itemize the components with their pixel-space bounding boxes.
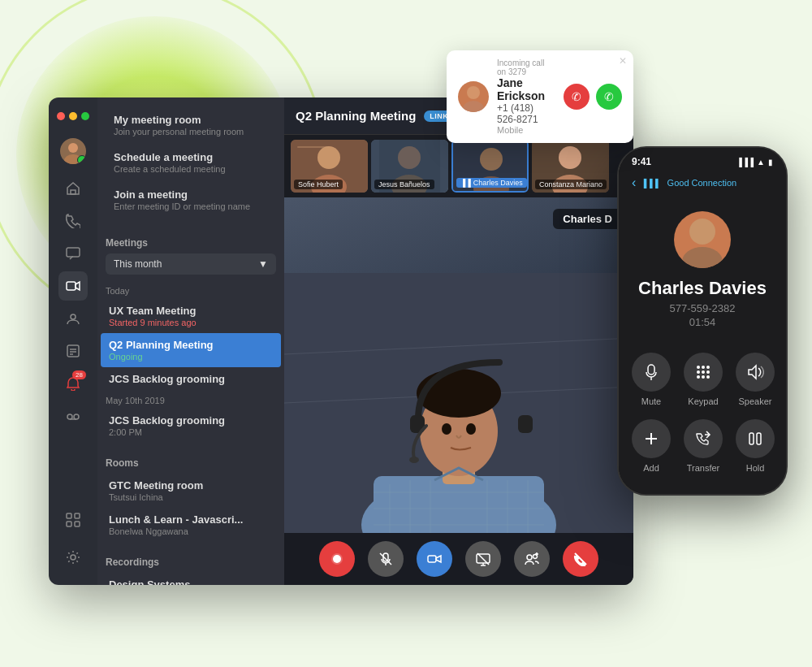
- room-gtc-subtitle: Tsutsui Ichina: [109, 492, 273, 502]
- phone-time: 9:41: [632, 156, 651, 167]
- meeting-jcs-backlog[interactable]: JCS Backlog grooming: [101, 367, 281, 391]
- decline-call-button[interactable]: ✆: [564, 84, 590, 110]
- svg-rect-51: [518, 415, 533, 433]
- participant-thumb-2[interactable]: ▐▐Charles Davies: [451, 140, 529, 193]
- meeting-jcs-may10[interactable]: JCS Backlog grooming 2:00 PM: [101, 409, 281, 443]
- nav-settings-icon[interactable]: [58, 543, 88, 572]
- caller-number: 577-559-2382: [670, 302, 736, 314]
- svg-rect-18: [75, 522, 80, 526]
- svg-rect-4: [71, 190, 76, 194]
- phone-speaker-label: Speaker: [739, 396, 772, 406]
- mute-button[interactable]: [368, 541, 404, 577]
- meeting-jcs-title: JCS Backlog grooming: [109, 373, 273, 385]
- participant-thumb-3[interactable]: Constanza Mariano: [532, 140, 609, 193]
- record-button[interactable]: [319, 541, 355, 577]
- phone-transfer-control[interactable]: Transfer: [684, 419, 723, 473]
- meeting-q2-status: Ongoing: [109, 352, 273, 362]
- join-meeting-title: Join a meeting: [114, 188, 268, 201]
- phone-controls: Mute Keypad: [619, 336, 786, 489]
- svg-point-86: [702, 375, 705, 379]
- window-controls: [57, 104, 89, 128]
- maximize-window-dot[interactable]: [81, 112, 89, 120]
- meetings-section-label: Meetings: [97, 229, 284, 253]
- phone-add-control[interactable]: Add: [632, 419, 671, 473]
- hangup-button[interactable]: [563, 541, 598, 577]
- meeting-q2-title: Q2 Planning Meeting: [109, 339, 273, 351]
- month-filter-selector[interactable]: This month ▼: [106, 253, 276, 275]
- speaker-name-badge: Charles D: [553, 209, 622, 229]
- screen-share-button[interactable]: [465, 541, 501, 577]
- svg-rect-91: [749, 433, 754, 444]
- svg-point-84: [706, 370, 710, 374]
- phone-mute-control[interactable]: Mute: [632, 353, 671, 406]
- schedule-meeting-action[interactable]: Schedule a meeting Create a scheduled me…: [106, 145, 276, 180]
- join-meeting-action[interactable]: Join a meeting Enter meeting ID or meeti…: [106, 182, 276, 218]
- meeting-q2-planning[interactable]: Q2 Planning Meeting Ongoing: [101, 333, 281, 367]
- nav-files-icon[interactable]: [58, 336, 88, 366]
- room-gtc[interactable]: GTC Meeting room Tsutsui Ichina: [101, 474, 281, 508]
- participant-thumb-0[interactable]: Sofie Hubert: [291, 140, 368, 193]
- notif-actions: ✆ ✆: [564, 84, 622, 110]
- nav-notifications-icon[interactable]: 28: [58, 369, 88, 398]
- connection-status: Good Connection: [667, 178, 737, 188]
- battery-icon: ▮: [768, 158, 773, 167]
- meeting-ux-team[interactable]: UX Team Meeting Started 9 minutes ago: [101, 299, 281, 333]
- notification-badge: 28: [72, 370, 86, 379]
- nav-video-icon[interactable]: [58, 271, 88, 301]
- recording-design-systems[interactable]: Design Systems Oct 10th at 3:00PM: [101, 573, 281, 585]
- nav-chat-icon[interactable]: [58, 239, 88, 268]
- minimize-window-dot[interactable]: [69, 112, 77, 120]
- svg-point-85: [697, 375, 700, 379]
- phone-keypad-control[interactable]: Keypad: [684, 353, 723, 406]
- svg-point-47: [417, 369, 501, 418]
- svg-point-82: [697, 370, 700, 374]
- participants-button[interactable]: [514, 541, 550, 577]
- phone-add-btn[interactable]: [632, 419, 671, 458]
- phone-transfer-btn[interactable]: [684, 419, 723, 458]
- recordings-section-label: Recordings: [97, 548, 284, 573]
- room-lunch-learn[interactable]: Lunch & Learn - Javascri... Bonelwa Ngga…: [101, 508, 281, 542]
- accept-call-button[interactable]: ✆: [596, 84, 622, 110]
- nav-home-icon[interactable]: [58, 174, 88, 203]
- my-meeting-room-title: My meeting room: [114, 114, 268, 126]
- user-avatar[interactable]: [60, 138, 86, 164]
- svg-point-1: [463, 101, 484, 112]
- incoming-call-notification: Incoming call on 3279 Jane Erickson +1 (…: [447, 50, 633, 143]
- svg-point-80: [702, 366, 705, 369]
- participant-thumb-1[interactable]: Jesus Bañuelos: [371, 140, 448, 193]
- nav-apps-icon[interactable]: [58, 505, 88, 535]
- svg-point-27: [317, 146, 340, 169]
- back-arrow-icon[interactable]: ‹: [632, 175, 636, 190]
- phone-hold-control[interactable]: Hold: [736, 419, 775, 473]
- meeting-jcs-may10-time: 2:00 PM: [109, 427, 273, 437]
- schedule-meeting-title: Schedule a meeting: [114, 151, 268, 163]
- svg-point-48: [442, 423, 451, 435]
- phone-screen: 9:41 ▐▐▐ ▲ ▮ ‹ ▐▐▐ Good Connection Charl…: [619, 148, 786, 494]
- phone-speaker-btn[interactable]: [736, 353, 775, 392]
- phone-mute-btn[interactable]: [632, 353, 671, 392]
- video-toggle-button[interactable]: [417, 541, 452, 577]
- my-meeting-room-action[interactable]: My meeting room Join your personal meeti…: [106, 107, 276, 143]
- svg-point-83: [702, 370, 705, 374]
- close-notification-button[interactable]: ✕: [619, 55, 627, 67]
- phone-hold-btn[interactable]: [736, 419, 775, 458]
- close-window-dot[interactable]: [57, 112, 65, 120]
- phone-keypad-btn[interactable]: [684, 353, 723, 392]
- phone-speaker-control[interactable]: Speaker: [736, 353, 775, 406]
- meeting-ux-team-title: UX Team Meeting: [109, 305, 273, 317]
- nav-phone-icon[interactable]: [58, 206, 88, 236]
- svg-point-13: [74, 414, 79, 419]
- notif-info: Incoming call on 3279 Jane Erickson +1 (…: [497, 58, 555, 135]
- nav-voicemail-icon[interactable]: [58, 401, 88, 431]
- svg-point-52: [409, 457, 419, 463]
- phone-transfer-label: Transfer: [687, 463, 720, 473]
- call-duration: 01:54: [689, 316, 716, 328]
- phone-hold-label: Hold: [746, 463, 765, 473]
- phone-status-bar: 9:41 ▐▐▐ ▲ ▮: [619, 148, 786, 171]
- nav-contacts-icon[interactable]: [58, 304, 88, 333]
- room-lunch-learn-title: Lunch & Learn - Javascri...: [109, 513, 273, 526]
- svg-rect-17: [67, 522, 71, 526]
- notif-caller-number: +1 (418) 526-8271: [497, 102, 555, 125]
- my-meeting-room-subtitle: Join your personal meeting room: [114, 127, 268, 136]
- svg-point-12: [67, 414, 72, 419]
